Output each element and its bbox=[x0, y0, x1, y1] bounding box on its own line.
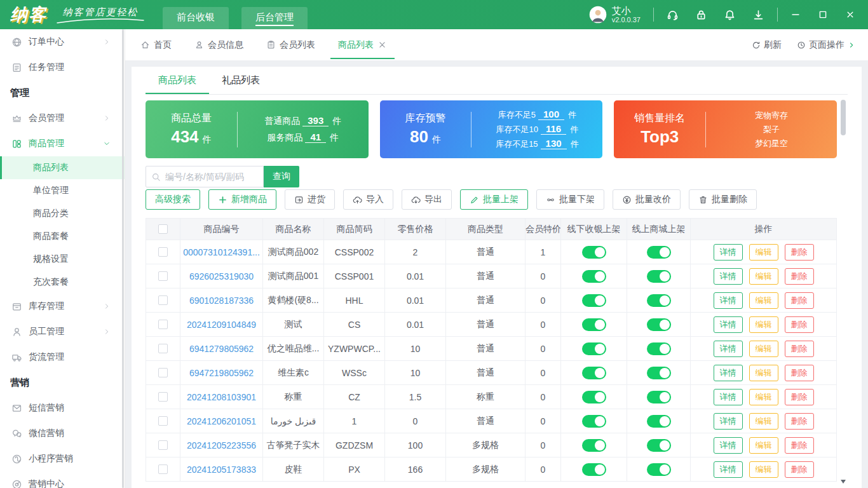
goods-code-link[interactable]: 6941279805962 bbox=[189, 344, 254, 354]
tab-goods-list[interactable]: 商品列表 bbox=[329, 29, 396, 60]
detail-button[interactable]: 详情 bbox=[714, 292, 743, 309]
detail-number[interactable]: 130 bbox=[541, 138, 567, 149]
select-all-checkbox[interactable] bbox=[158, 224, 168, 234]
detail-button[interactable]: 详情 bbox=[714, 316, 743, 333]
sidebar-item-recharge-package[interactable]: 充次套餐 bbox=[0, 271, 125, 294]
delete-button[interactable]: 删除 bbox=[785, 365, 814, 381]
online-shelf-toggle[interactable] bbox=[647, 391, 671, 403]
sidebar-item-goods-package[interactable]: 商品套餐 bbox=[0, 225, 125, 248]
row-checkbox[interactable] bbox=[158, 344, 168, 353]
content-tab-goods-list[interactable]: 商品列表 bbox=[146, 67, 209, 94]
sidebar-item-goods-list[interactable]: 商品列表 bbox=[0, 156, 125, 179]
edit-button[interactable]: 编辑 bbox=[749, 292, 778, 309]
edit-button[interactable]: 编辑 bbox=[749, 413, 778, 430]
purchase-button[interactable]: 进货 bbox=[285, 189, 335, 210]
advanced-search-button[interactable]: 高级搜索 bbox=[146, 189, 200, 210]
offline-shelf-toggle[interactable] bbox=[582, 342, 606, 355]
sidebar-item-logistics-management[interactable]: 货流管理 bbox=[0, 344, 125, 370]
delete-button[interactable]: 删除 bbox=[785, 437, 814, 454]
goods-code-link[interactable]: 6901028187336 bbox=[189, 295, 254, 306]
goods-code-link[interactable]: 20241205173833 bbox=[187, 464, 256, 475]
user-info[interactable]: 艾小 v2.0.0.37 bbox=[589, 6, 641, 24]
tab-member-list[interactable]: 会员列表 bbox=[257, 29, 324, 60]
online-shelf-toggle[interactable] bbox=[647, 270, 671, 283]
offline-shelf-toggle[interactable] bbox=[582, 270, 606, 283]
edit-button[interactable]: 编辑 bbox=[749, 244, 778, 261]
scrollbar-thumb[interactable] bbox=[841, 100, 846, 135]
bell-button[interactable] bbox=[724, 9, 736, 21]
tab-member-info[interactable]: 会员信息 bbox=[186, 29, 252, 60]
edit-button[interactable]: 编辑 bbox=[749, 461, 778, 478]
sidebar-item-spec-settings[interactable]: 规格设置 bbox=[0, 248, 125, 271]
row-checkbox[interactable] bbox=[158, 440, 168, 450]
sidebar-item-member-management[interactable]: 会员管理 bbox=[0, 105, 125, 131]
edit-button[interactable]: 编辑 bbox=[749, 389, 778, 405]
row-checkbox[interactable] bbox=[158, 392, 168, 402]
lock-button[interactable] bbox=[695, 9, 707, 21]
online-shelf-toggle[interactable] bbox=[647, 294, 671, 307]
detail-button[interactable]: 详情 bbox=[714, 365, 743, 381]
sidebar-item-wechat-marketing[interactable]: 微信营销 bbox=[0, 421, 125, 446]
row-checkbox[interactable] bbox=[158, 368, 168, 377]
sidebar-item-staff-management[interactable]: 员工管理 bbox=[0, 319, 125, 344]
goods-code-link[interactable]: 20241206201051 bbox=[187, 416, 256, 426]
close-button[interactable] bbox=[845, 10, 855, 20]
sidebar-item-unit-management[interactable]: 单位管理 bbox=[0, 179, 125, 202]
row-checkbox[interactable] bbox=[158, 416, 168, 426]
offline-shelf-toggle[interactable] bbox=[582, 463, 606, 476]
detail-number[interactable]: 116 bbox=[541, 123, 566, 135]
topnav-backend-admin[interactable]: 后台管理 bbox=[241, 7, 308, 29]
detail-number[interactable]: 100 bbox=[538, 109, 564, 120]
batch-delete-button[interactable]: 批量删除 bbox=[689, 189, 757, 210]
online-shelf-toggle[interactable] bbox=[647, 367, 671, 379]
sidebar-item-sms-marketing[interactable]: 短信营销 bbox=[0, 395, 125, 421]
edit-button[interactable]: 编辑 bbox=[749, 437, 778, 454]
batch-reprice-button[interactable]: 批量改价 bbox=[613, 189, 681, 210]
offline-shelf-toggle[interactable] bbox=[582, 246, 606, 259]
batch-on-shelf-button[interactable]: 批量上架 bbox=[460, 189, 528, 210]
offline-shelf-toggle[interactable] bbox=[582, 391, 606, 403]
detail-button[interactable]: 详情 bbox=[714, 268, 743, 285]
export-button[interactable]: 导出 bbox=[402, 189, 452, 210]
online-shelf-toggle[interactable] bbox=[647, 342, 671, 355]
delete-button[interactable]: 删除 bbox=[785, 341, 814, 357]
delete-button[interactable]: 删除 bbox=[785, 292, 814, 309]
action-page-operations[interactable]: 页面操作 bbox=[797, 39, 855, 51]
row-checkbox[interactable] bbox=[158, 295, 168, 305]
detail-button[interactable]: 详情 bbox=[714, 244, 743, 261]
tab-close-icon[interactable] bbox=[377, 40, 387, 50]
delete-button[interactable]: 删除 bbox=[785, 244, 814, 261]
sidebar-item-miniprogram-marketing[interactable]: 小程序营销 bbox=[0, 446, 125, 471]
scrollbar-down-arrow[interactable] bbox=[841, 480, 846, 486]
search-button[interactable]: 查询 bbox=[264, 166, 299, 187]
content-tab-gift-list[interactable]: 礼品列表 bbox=[209, 67, 273, 94]
detail-number[interactable]: 393 bbox=[302, 115, 329, 126]
maximize-button[interactable] bbox=[818, 10, 828, 20]
online-shelf-toggle[interactable] bbox=[647, 415, 671, 428]
goods-code-link[interactable]: 20241205223556 bbox=[187, 440, 256, 451]
row-checkbox[interactable] bbox=[158, 271, 168, 281]
goods-code-link[interactable]: 20241209104849 bbox=[187, 320, 256, 330]
delete-button[interactable]: 删除 bbox=[785, 461, 814, 478]
service-button[interactable] bbox=[667, 9, 679, 21]
offline-shelf-toggle[interactable] bbox=[582, 439, 606, 452]
edit-button[interactable]: 编辑 bbox=[749, 365, 778, 381]
detail-button[interactable]: 详情 bbox=[714, 461, 743, 478]
offline-shelf-toggle[interactable] bbox=[582, 294, 606, 307]
detail-button[interactable]: 详情 bbox=[714, 437, 743, 454]
offline-shelf-toggle[interactable] bbox=[582, 318, 606, 331]
offline-shelf-toggle[interactable] bbox=[582, 367, 606, 379]
online-shelf-toggle[interactable] bbox=[647, 246, 671, 259]
detail-button[interactable]: 详情 bbox=[714, 413, 743, 430]
download-button[interactable] bbox=[752, 9, 764, 21]
edit-button[interactable]: 编辑 bbox=[749, 341, 778, 357]
row-checkbox[interactable] bbox=[158, 464, 168, 474]
sidebar-item-task-management[interactable]: 任务管理 bbox=[0, 55, 125, 80]
detail-button[interactable]: 详情 bbox=[714, 341, 743, 357]
edit-button[interactable]: 编辑 bbox=[749, 316, 778, 333]
sidebar-item-order-center[interactable]: 订单中心 bbox=[0, 29, 125, 55]
batch-off-shelf-button[interactable]: 批量下架 bbox=[536, 189, 604, 210]
online-shelf-toggle[interactable] bbox=[647, 463, 671, 476]
tab-home[interactable]: 首页 bbox=[132, 29, 180, 60]
sidebar-item-marketing-center[interactable]: 营销中心 bbox=[0, 471, 125, 488]
